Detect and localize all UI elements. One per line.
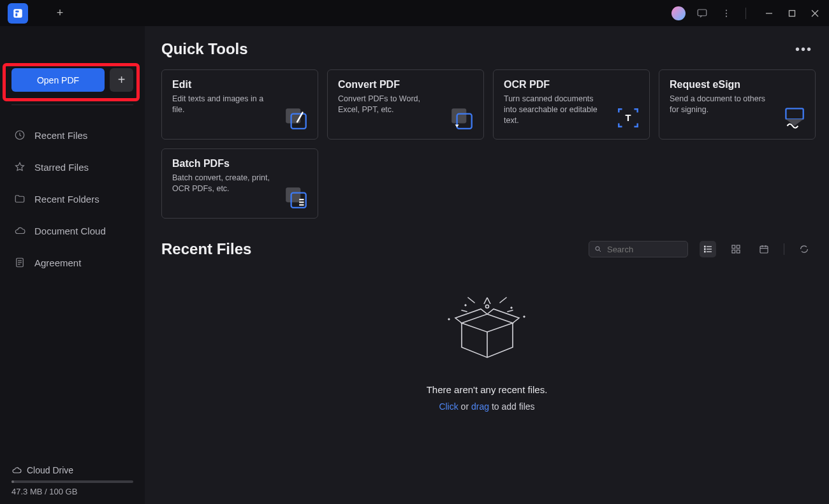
svg-rect-29 <box>704 246 706 248</box>
tool-desc: Edit texts and images in a file. <box>172 94 274 115</box>
svg-rect-21 <box>786 108 803 119</box>
sidebar-item-label: Recent Folders <box>34 194 99 205</box>
svg-rect-18 <box>451 108 466 123</box>
main-content: Quick Tools ••• Edit Edit texts and imag… <box>145 26 829 504</box>
svg-rect-39 <box>760 246 768 253</box>
open-pdf-label: Open PDF <box>37 75 79 85</box>
convert-icon <box>449 104 476 131</box>
batch-icon <box>283 184 310 210</box>
cloud-drive-status: Cloud Drive 47.3 MB / 100 GB <box>11 465 133 496</box>
search-icon <box>594 245 602 254</box>
drag-link[interactable]: drag <box>471 401 489 412</box>
sidebar-item-recent-files[interactable]: Recent Files <box>0 119 145 151</box>
empty-message: There aren't any recent files. <box>427 384 548 395</box>
plus-icon: + <box>57 6 64 20</box>
tool-desc: Turn scanned documents into searchable o… <box>504 94 606 126</box>
tool-title: Batch PDFs <box>172 158 307 169</box>
tool-card-ocr[interactable]: OCR PDF Turn scanned documents into sear… <box>493 69 650 140</box>
sidebar: Open PDF + Recent Files Starred Files Re… <box>0 26 145 504</box>
search-input[interactable] <box>607 245 682 254</box>
click-link[interactable]: Click <box>439 401 458 412</box>
new-tab-button[interactable]: + <box>48 4 71 23</box>
separator <box>784 243 784 255</box>
tool-desc: Batch convert, create, print, OCR PDFs, … <box>172 173 274 194</box>
empty-sub-message: Click or drag to add files <box>439 401 534 412</box>
svg-rect-31 <box>704 248 706 250</box>
folder-icon <box>14 193 26 205</box>
empty-or: or <box>459 401 471 412</box>
svg-point-27 <box>596 247 599 250</box>
svg-line-28 <box>599 250 600 251</box>
svg-rect-33 <box>704 251 706 253</box>
plus-icon: + <box>118 73 126 87</box>
ocr-icon: T <box>615 104 642 131</box>
empty-box-icon <box>443 286 532 369</box>
svg-text:T: T <box>626 113 631 123</box>
svg-point-6 <box>726 15 727 17</box>
view-calendar-button[interactable] <box>756 241 772 257</box>
svg-point-43 <box>485 305 488 308</box>
empty-state: There aren't any recent files. Click or … <box>161 286 812 412</box>
window-maximize-button[interactable] <box>784 6 800 21</box>
sidebar-item-label: Agreement <box>34 257 81 268</box>
svg-rect-37 <box>732 250 735 253</box>
tool-card-convert[interactable]: Convert PDF Convert PDFs to Word, Excel,… <box>327 69 484 140</box>
tool-desc: Send a document to others for signing. <box>670 94 772 115</box>
tool-card-esign[interactable]: Request eSign Send a document to others … <box>659 69 816 140</box>
svg-rect-38 <box>737 250 740 253</box>
tool-desc: Convert PDFs to Word, Excel, PPT, etc. <box>338 94 440 115</box>
tool-card-edit[interactable]: Edit Edit texts and images in a file. <box>161 69 318 140</box>
svg-rect-32 <box>707 248 712 249</box>
feedback-icon[interactable] <box>694 6 710 21</box>
titlebar: + <box>0 0 829 26</box>
refresh-button[interactable] <box>796 241 812 257</box>
sidebar-item-starred-files[interactable]: Starred Files <box>0 151 145 183</box>
kebab-menu-icon[interactable] <box>719 6 734 21</box>
new-file-button[interactable]: + <box>110 68 133 92</box>
search-box[interactable] <box>589 241 688 257</box>
view-list-button[interactable] <box>700 241 716 257</box>
sidebar-item-label: Recent Files <box>34 130 87 141</box>
esign-icon <box>781 104 807 131</box>
sidebar-item-recent-folders[interactable]: Recent Folders <box>0 183 145 215</box>
tool-title: Edit <box>172 79 307 90</box>
svg-rect-0 <box>13 9 22 18</box>
divider <box>11 104 133 105</box>
app-logo-icon <box>8 3 28 24</box>
svg-rect-2 <box>15 13 17 17</box>
cloud-usage-bar <box>11 480 133 483</box>
quick-tools-heading: Quick Tools <box>161 40 248 58</box>
svg-rect-3 <box>698 10 707 16</box>
sidebar-item-document-cloud[interactable]: Document Cloud <box>0 215 145 247</box>
svg-rect-34 <box>707 251 712 252</box>
svg-rect-8 <box>789 10 795 16</box>
sidebar-item-label: Starred Files <box>34 162 89 173</box>
tool-card-batch[interactable]: Batch PDFs Batch convert, create, print,… <box>161 148 318 219</box>
tool-title: Request eSign <box>670 79 805 90</box>
window-minimize-button[interactable] <box>761 6 777 21</box>
edit-icon <box>283 104 310 131</box>
separator <box>745 8 746 19</box>
view-grid-button[interactable] <box>728 241 744 257</box>
svg-point-4 <box>726 10 727 11</box>
open-pdf-button[interactable]: Open PDF <box>11 68 105 92</box>
svg-rect-36 <box>737 245 740 248</box>
svg-rect-35 <box>732 245 735 248</box>
cloud-drive-label: Cloud Drive <box>27 465 73 475</box>
svg-point-5 <box>726 12 727 13</box>
user-avatar[interactable] <box>671 6 686 20</box>
recent-files-heading: Recent Files <box>161 240 251 258</box>
empty-tail: to add files <box>489 401 535 412</box>
more-icon: ••• <box>795 42 812 56</box>
cloud-icon <box>14 225 26 236</box>
sidebar-item-agreement[interactable]: Agreement <box>0 247 145 278</box>
cloud-usage-text: 47.3 MB / 100 GB <box>11 487 133 496</box>
quick-tools-more-button[interactable]: ••• <box>795 42 812 57</box>
sidebar-item-label: Document Cloud <box>34 226 106 236</box>
window-close-button[interactable] <box>807 6 823 21</box>
svg-rect-30 <box>707 246 712 247</box>
svg-rect-1 <box>15 10 18 12</box>
tool-title: Convert PDF <box>338 79 473 90</box>
clock-icon <box>14 129 26 141</box>
document-icon <box>14 257 26 268</box>
